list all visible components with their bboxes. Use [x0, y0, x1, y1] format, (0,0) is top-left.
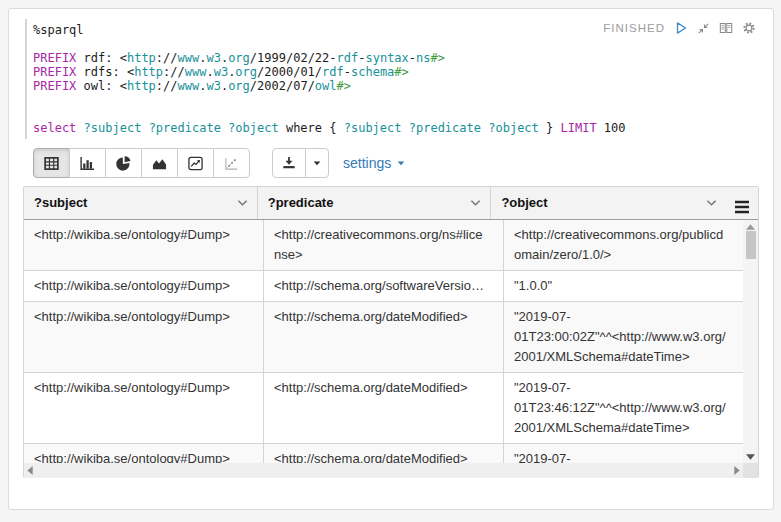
table-header-row: ?subject?predicate?object [24, 187, 758, 220]
table-row: <http://wikiba.se/ontology#Dump><http://… [24, 444, 758, 463]
scrollbar-corner [743, 463, 758, 478]
code-line [33, 93, 663, 107]
settings-label: settings [343, 155, 391, 171]
collapse-output-button[interactable] [697, 22, 710, 35]
table-cell[interactable]: <http://wikiba.se/ontology#Dump> [24, 302, 264, 372]
table-row: <http://wikiba.se/ontology#Dump><http://… [24, 271, 758, 302]
download-icon [282, 156, 296, 170]
code-line: PREFIX rdf: <http://www.w3.org/1999/02/2… [33, 51, 663, 65]
column-menu-chevron-icon[interactable] [237, 199, 248, 207]
bar-chart-button[interactable] [69, 148, 106, 178]
code-line: PREFIX rdfs: <http://www.w3.org/2000/01/… [33, 65, 663, 79]
table-cell[interactable]: <http://creativecommons.org/publicd omai… [504, 220, 745, 270]
result-toolbar: settings [33, 148, 407, 178]
grid-menu-button[interactable] [726, 187, 758, 219]
scroll-left-arrow-icon[interactable] [27, 466, 33, 475]
table-row: <http://wikiba.se/ontology#Dump><http://… [24, 373, 758, 444]
pie-chart-button[interactable] [105, 148, 142, 178]
paragraph-status-bar: FINISHED [603, 21, 756, 35]
notebook-paragraph: %sparql PREFIX rdf: <http://www.w3.org/1… [8, 8, 774, 510]
caret-down-icon [311, 157, 323, 169]
code-lines: %sparql PREFIX rdf: <http://www.w3.org/1… [33, 23, 663, 135]
code-editor[interactable]: %sparql PREFIX rdf: <http://www.w3.org/1… [25, 19, 663, 139]
column-menu-chevron-icon[interactable] [470, 199, 481, 207]
caret-down-icon [395, 157, 407, 169]
show-editor-button[interactable] [719, 21, 733, 35]
table-icon [44, 156, 59, 171]
scroll-right-arrow-icon[interactable] [734, 466, 740, 475]
table-cell[interactable]: <http://schema.org/softwareVersio… [264, 271, 504, 301]
column-header-predicate[interactable]: ?predicate [258, 187, 492, 219]
area-chart-button[interactable] [141, 148, 178, 178]
table-cell[interactable]: <http://wikiba.se/ontology#Dump> [24, 271, 264, 301]
code-line: %sparql [33, 23, 663, 37]
bar-chart-icon [80, 156, 95, 171]
gear-icon [742, 21, 756, 35]
table-cell[interactable]: "2019-07- [504, 444, 745, 463]
status-icons [674, 21, 756, 35]
scroll-down-arrow-icon[interactable] [743, 451, 758, 462]
horizontal-scrollbar[interactable] [24, 463, 743, 478]
table-cell[interactable]: <http://wikiba.se/ontology#Dump> [24, 373, 264, 443]
code-line [33, 107, 663, 121]
column-header-subject[interactable]: ?subject [24, 187, 258, 219]
table-cell[interactable]: <http://schema.org/dateModified> [264, 302, 504, 372]
table-cell[interactable]: <http://schema.org/dateModified> [264, 444, 504, 463]
column-menu-chevron-icon[interactable] [706, 199, 717, 207]
results-table: ?subject?predicate?object <http://wikiba… [23, 186, 759, 478]
column-header-object[interactable]: ?object [491, 187, 726, 219]
status-badge: FINISHED [603, 22, 665, 34]
table-body: <http://wikiba.se/ontology#Dump><http://… [24, 220, 758, 463]
play-icon [674, 21, 688, 35]
table-cell[interactable]: <http://schema.org/dateModified> [264, 373, 504, 443]
download-menu-button[interactable] [305, 148, 329, 178]
vertical-scrollbar[interactable] [743, 220, 758, 463]
table-cell[interactable]: <http://creativecommons.org/ns#lice nse> [264, 220, 504, 270]
table-cell[interactable]: <http://wikiba.se/ontology#Dump> [24, 220, 264, 270]
pie-chart-icon [116, 156, 131, 171]
table-cell[interactable]: "2019-07- 01T23:46:12Z"^^<http://www.w3.… [504, 373, 745, 443]
download-group [272, 148, 329, 178]
line-chart-icon [188, 156, 203, 171]
table-row: <http://wikiba.se/ontology#Dump><http://… [24, 302, 758, 373]
download-button[interactable] [272, 148, 306, 178]
vertical-scrollbar-thumb[interactable] [746, 231, 756, 259]
table-cell[interactable]: <http://wikiba.se/ontology#Dump> [24, 444, 264, 463]
table-cell[interactable]: "2019-07- 01T23:00:02Z"^^<http://www.w3.… [504, 302, 745, 372]
settings-toggle[interactable]: settings [343, 155, 407, 171]
code-line: PREFIX owl: <http://www.w3.org/2002/07/o… [33, 79, 663, 93]
column-header-label: ?subject [34, 195, 87, 210]
column-header-label: ?predicate [268, 195, 334, 210]
code-line [33, 37, 663, 51]
paragraph-settings-button[interactable] [742, 21, 756, 35]
code-line: select ?subject ?predicate ?object where… [33, 121, 663, 135]
chart-button-group [33, 148, 250, 178]
scatter-chart-icon [224, 156, 239, 171]
area-chart-icon [152, 156, 167, 171]
scatter-chart-button[interactable] [213, 148, 250, 178]
book-icon [719, 21, 733, 35]
horizontal-scrollbar-row [24, 463, 758, 478]
column-header-label: ?object [501, 195, 547, 210]
table-cell[interactable]: "1.0.0" [504, 271, 745, 301]
run-paragraph-button[interactable] [674, 21, 688, 35]
compress-icon [697, 22, 710, 35]
line-chart-button[interactable] [177, 148, 214, 178]
grid-menu-icon [734, 200, 750, 214]
table-row: <http://wikiba.se/ontology#Dump><http://… [24, 220, 758, 271]
table-view-button[interactable] [33, 148, 70, 178]
